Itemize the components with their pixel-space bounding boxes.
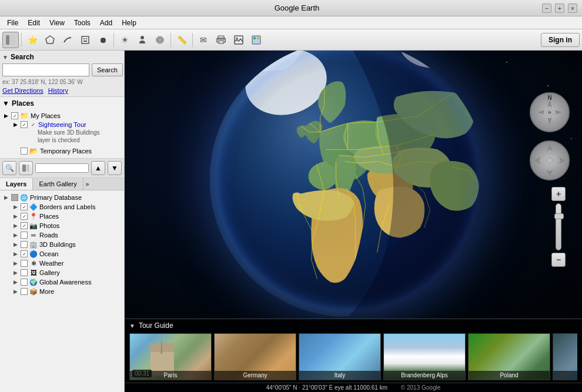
tour-item-netherlands[interactable]: Netherlands	[553, 333, 577, 380]
print-button[interactable]	[213, 32, 229, 48]
tilt-control[interactable]	[529, 140, 570, 181]
temp-places-label[interactable]: Temporary Places	[40, 148, 92, 155]
google-maps-button[interactable]	[248, 32, 265, 48]
photos-checkbox[interactable]	[21, 222, 28, 229]
gallery-expander[interactable]: ▶	[12, 270, 19, 276]
show-sidebar-button[interactable]	[2, 32, 19, 48]
borders-checkbox[interactable]	[21, 203, 28, 210]
minimize-button[interactable]: −	[542, 4, 551, 13]
weather-checkbox[interactable]	[21, 260, 28, 267]
more-expander[interactable]: ▶	[12, 289, 19, 294]
places-layer-label: Places	[39, 213, 59, 220]
ocean-checkbox[interactable]	[21, 250, 28, 257]
roads-checkbox[interactable]	[21, 232, 28, 239]
menu-file[interactable]: File	[2, 18, 23, 28]
history-link[interactable]: History	[48, 87, 68, 94]
borders-expander[interactable]: ▶	[12, 204, 19, 210]
get-directions-link[interactable]: Get Directions	[2, 87, 44, 94]
primary-db-expander[interactable]: ▶	[2, 195, 9, 200]
layer-borders: ▶ 🔷 Borders and Labels	[12, 202, 122, 212]
view-btn[interactable]	[19, 161, 33, 175]
svg-point-51	[547, 158, 553, 163]
my-places-label[interactable]: My Places	[31, 112, 61, 119]
photos-expander[interactable]: ▶	[12, 223, 19, 229]
weather-expander[interactable]: ▶	[12, 260, 19, 266]
map-area[interactable]: N	[125, 51, 582, 392]
email-button[interactable]: ✉	[195, 32, 212, 48]
zoom-handle[interactable]	[554, 213, 564, 219]
primary-db-checkbox[interactable]	[11, 194, 18, 201]
roads-expander[interactable]: ▶	[12, 232, 19, 238]
sightseeing-checkbox[interactable]	[21, 121, 28, 128]
ruler-button[interactable]: 📏	[173, 32, 190, 48]
planet-button[interactable]	[152, 32, 168, 48]
awareness-checkbox[interactable]	[21, 279, 28, 286]
bottom-controls: 🔍 ▲ ▼	[0, 159, 124, 178]
places-layer-expander[interactable]: ▶	[12, 213, 19, 219]
zoom-in-button[interactable]: +	[551, 187, 566, 201]
places-collapse-icon[interactable]: ▼	[2, 99, 9, 108]
svg-text:N: N	[547, 95, 551, 101]
globe[interactable]	[210, 51, 486, 317]
buildings-checkbox[interactable]	[21, 241, 28, 248]
layer-3d-buildings: ▶ 🏢 3D Buildings	[12, 240, 122, 249]
temp-places-checkbox[interactable]	[21, 148, 28, 155]
maximize-button[interactable]: +	[555, 4, 564, 13]
zoom-slider[interactable]	[556, 203, 561, 250]
navigation-compass[interactable]: N	[529, 92, 570, 133]
gallery-checkbox[interactable]	[21, 269, 28, 276]
my-places-checkbox[interactable]	[11, 112, 18, 119]
sightseeing-expander[interactable]: ▶	[12, 122, 19, 128]
globe-container[interactable]: N	[125, 51, 582, 319]
svg-rect-13	[22, 165, 26, 172]
search-button[interactable]: Search	[92, 63, 123, 76]
add-overlay-button[interactable]	[77, 32, 93, 48]
layer-gallery: ▶ 🖼 Gallery	[12, 268, 122, 277]
sign-in-button[interactable]: Sign in	[541, 33, 580, 47]
street-view-button[interactable]	[134, 32, 150, 48]
menu-tools[interactable]: Tools	[69, 18, 95, 28]
menu-edit[interactable]: Edit	[23, 18, 45, 28]
tour-item-italy[interactable]: Italy	[299, 333, 381, 380]
buildings-label: 3D Buildings	[39, 241, 76, 248]
tour-item-poland[interactable]: Poland	[468, 333, 550, 380]
layers-section: ▶ 🌐 Primary Database ▶ 🔷 Borders and Lab…	[0, 190, 124, 392]
ocean-expander[interactable]: ▶	[12, 251, 19, 257]
tour-item-germany[interactable]: Germany	[214, 333, 296, 380]
primary-db-label: Primary Database	[30, 194, 82, 201]
tab-layers[interactable]: Layers	[0, 178, 33, 190]
layer-roads: ▶ ═ Roads	[12, 230, 122, 240]
tab-scroll-right[interactable]: »	[83, 178, 92, 190]
layer-global-awareness: ▶ 🌍 Global Awareness	[12, 277, 122, 287]
more-checkbox[interactable]	[21, 288, 28, 295]
tab-earth-gallery[interactable]: Earth Gallery	[33, 178, 83, 190]
tour-item-paris[interactable]: 00:31 Paris	[129, 333, 212, 380]
places-header: ▼ Places	[2, 99, 122, 108]
my-places-expander[interactable]: ▶	[2, 113, 9, 119]
tour-item-brandenberg-alps[interactable]: Brandenberg Alps	[383, 333, 466, 380]
sightseeing-label[interactable]: Sightseeing Tour	[38, 121, 86, 128]
search-collapse-icon[interactable]: ▼	[2, 54, 8, 61]
record-tour-button[interactable]: ⏺	[95, 32, 111, 48]
awareness-label: Global Awareness	[39, 279, 91, 286]
add-polygon-button[interactable]	[42, 32, 58, 48]
close-button[interactable]: ×	[568, 4, 577, 13]
move-up-btn[interactable]: ▲	[91, 161, 105, 175]
menu-add[interactable]: Add	[95, 18, 117, 28]
ocean-icon: 🔵	[29, 250, 38, 258]
awareness-expander[interactable]: ▶	[12, 279, 19, 285]
search-icon-btn[interactable]: 🔍	[2, 161, 16, 175]
add-path-button[interactable]	[59, 32, 76, 48]
buildings-expander[interactable]: ▶	[12, 242, 19, 247]
add-placemark-button[interactable]: ⭐	[24, 32, 41, 48]
zoom-out-button[interactable]: −	[551, 253, 566, 267]
menu-help[interactable]: Help	[117, 18, 141, 28]
save-image-button[interactable]	[230, 32, 247, 48]
sunlight-button[interactable]: ☀	[116, 32, 133, 48]
move-down-btn[interactable]: ▼	[108, 161, 122, 175]
search-input[interactable]	[2, 63, 89, 76]
menu-view[interactable]: View	[45, 18, 69, 28]
sightseeing-note: Make sure 3D Buildingslayer is checked	[28, 129, 122, 144]
tour-guide-collapse-icon[interactable]: ▼	[129, 323, 135, 329]
places-layer-checkbox[interactable]	[21, 213, 28, 220]
